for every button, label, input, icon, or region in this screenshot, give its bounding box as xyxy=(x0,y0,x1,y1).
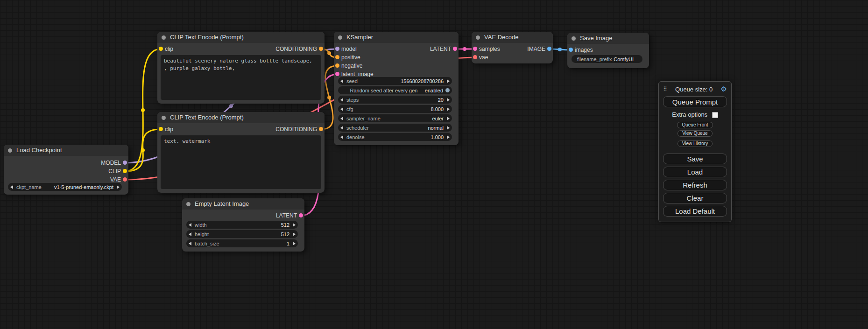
decrement-arrow-icon[interactable] xyxy=(189,242,191,245)
refresh-button[interactable]: Refresh xyxy=(663,180,727,190)
wire-cond-positive-midpoint xyxy=(327,51,331,55)
clear-button[interactable]: Clear xyxy=(663,193,727,203)
next-value-arrow-icon[interactable] xyxy=(447,126,450,130)
batch-size-widget[interactable]: batch_size 1 xyxy=(186,239,298,247)
view-queue-button[interactable]: View Queue xyxy=(677,130,712,137)
increment-arrow-icon[interactable] xyxy=(293,232,296,236)
slot-row: MODEL xyxy=(4,159,128,167)
output-slot-vae[interactable] xyxy=(123,177,127,182)
node-empty-latent-image[interactable]: Empty Latent Image LATENT width 512 heig… xyxy=(182,198,304,252)
node-clip-text-encode-negative[interactable]: CLIP Text Encode (Prompt) clip CONDITION… xyxy=(157,112,325,193)
slot-row: model LATENT xyxy=(334,45,459,53)
input-slot-vae[interactable] xyxy=(473,55,477,59)
queue-prompt-button[interactable]: Queue Prompt xyxy=(663,96,727,107)
decrement-arrow-icon[interactable] xyxy=(340,98,343,102)
input-slot-positive[interactable] xyxy=(335,55,339,59)
widget-value: enabled xyxy=(425,88,443,93)
drag-handle-icon[interactable]: ⠿ xyxy=(663,86,667,92)
scheduler-widget[interactable]: scheduler normal xyxy=(338,124,452,132)
seed-widget[interactable]: seed 156680208700286 xyxy=(338,77,452,85)
next-value-arrow-icon[interactable] xyxy=(447,117,450,120)
queue-front-button[interactable]: Queue Front xyxy=(677,122,713,128)
width-widget[interactable]: width 512 xyxy=(186,221,298,229)
collapse-dot-icon[interactable] xyxy=(162,116,166,120)
slot-row: LATENT xyxy=(182,211,304,220)
collapse-dot-icon[interactable] xyxy=(8,148,12,153)
load-default-button[interactable]: Load Default xyxy=(663,206,727,217)
output-slot-clip[interactable] xyxy=(123,169,127,173)
next-value-arrow-icon[interactable] xyxy=(117,185,120,189)
input-slot-samples[interactable] xyxy=(473,47,477,51)
ckpt-name-widget[interactable]: ckpt_name v1-5-pruned-emaonly.ckpt xyxy=(8,183,122,191)
output-slot-conditioning[interactable] xyxy=(319,47,323,51)
settings-gear-icon[interactable]: ⚙ xyxy=(721,85,727,93)
positive-prompt-textarea[interactable]: beautiful scenery nature glass bottle la… xyxy=(161,55,321,100)
queue-menu-panel: ⠿ Queue size: 0 ⚙ Queue Prompt Extra opt… xyxy=(658,81,732,222)
save-button[interactable]: Save xyxy=(663,154,727,164)
increment-arrow-icon[interactable] xyxy=(447,98,450,102)
input-slot-clip[interactable] xyxy=(159,47,163,51)
input-slot-latent-image[interactable] xyxy=(335,72,339,76)
node-title-bar[interactable]: CLIP Text Encode (Prompt) xyxy=(157,32,325,43)
node-title-bar[interactable]: Save Image xyxy=(567,33,649,44)
output-label-latent: LATENT xyxy=(430,45,451,53)
sampler-name-widget[interactable]: sampler_name euler xyxy=(338,114,452,122)
node-ksampler[interactable]: KSampler model LATENT positive negative … xyxy=(334,32,459,145)
input-slot-images[interactable] xyxy=(569,48,573,52)
view-history-button[interactable]: View History xyxy=(677,140,713,147)
collapse-dot-icon[interactable] xyxy=(338,35,342,40)
height-widget[interactable]: height 512 xyxy=(186,230,298,238)
node-title-bar[interactable]: VAE Decode xyxy=(472,32,553,43)
input-slot-clip[interactable] xyxy=(159,127,163,131)
input-label-negative: negative xyxy=(341,62,362,70)
node-title-bar[interactable]: Load Checkpoint xyxy=(4,145,128,156)
increment-arrow-icon[interactable] xyxy=(447,107,450,111)
prev-value-arrow-icon[interactable] xyxy=(340,117,343,120)
output-slot-conditioning[interactable] xyxy=(319,127,323,131)
node-load-checkpoint[interactable]: Load Checkpoint MODEL CLIP VAE ckpt_name… xyxy=(4,145,128,195)
node-title-bar[interactable]: Empty Latent Image xyxy=(182,198,304,210)
denoise-widget[interactable]: denoise 1.000 xyxy=(338,133,452,141)
increment-arrow-icon[interactable] xyxy=(293,242,296,245)
filename-prefix-widget[interactable]: filename_prefix ComfyUI xyxy=(572,55,642,63)
negative-prompt-textarea[interactable]: text, watermark xyxy=(161,135,321,189)
widget-label: ckpt_name xyxy=(16,184,42,190)
collapse-dot-icon[interactable] xyxy=(572,36,576,41)
output-slot-latent[interactable] xyxy=(299,213,303,217)
input-slot-model[interactable] xyxy=(335,47,339,51)
slot-row: images xyxy=(567,46,649,54)
steps-widget[interactable]: steps 20 xyxy=(338,96,452,104)
collapse-dot-icon[interactable] xyxy=(476,35,480,40)
output-slot-model[interactable] xyxy=(123,161,127,165)
input-label-samples: samples xyxy=(479,45,500,53)
load-button[interactable]: Load xyxy=(663,167,727,177)
node-clip-text-encode-positive[interactable]: CLIP Text Encode (Prompt) clip CONDITION… xyxy=(157,32,325,104)
random-seed-toggle-widget[interactable]: Random seed after every gen enabled xyxy=(338,86,452,94)
node-vae-decode[interactable]: VAE Decode samples IMAGE vae xyxy=(472,32,553,63)
slot-row: clip CONDITIONING xyxy=(157,45,325,53)
input-label-images: images xyxy=(575,46,593,54)
node-save-image[interactable]: Save Image images filename_prefix ComfyU… xyxy=(567,33,649,68)
toggle-dot-icon[interactable] xyxy=(445,88,450,92)
decrement-arrow-icon[interactable] xyxy=(340,79,343,83)
wire-model-midpoint xyxy=(229,104,233,108)
increment-arrow-icon[interactable] xyxy=(447,135,450,139)
increment-arrow-icon[interactable] xyxy=(293,223,296,227)
collapse-dot-icon[interactable] xyxy=(162,35,166,40)
cfg-widget[interactable]: cfg 8.000 xyxy=(338,105,452,113)
decrement-arrow-icon[interactable] xyxy=(189,232,191,236)
collapse-dot-icon[interactable] xyxy=(186,202,191,206)
decrement-arrow-icon[interactable] xyxy=(340,135,343,139)
graph-canvas[interactable]: Load Checkpoint MODEL CLIP VAE ckpt_name… xyxy=(0,0,868,329)
input-slot-negative[interactable] xyxy=(335,63,339,68)
prev-value-arrow-icon[interactable] xyxy=(10,185,13,189)
prev-value-arrow-icon[interactable] xyxy=(340,126,343,130)
node-title-bar[interactable]: CLIP Text Encode (Prompt) xyxy=(157,112,325,123)
decrement-arrow-icon[interactable] xyxy=(340,107,343,111)
node-title-bar[interactable]: KSampler xyxy=(334,32,459,43)
output-slot-latent[interactable] xyxy=(453,47,457,51)
output-slot-image[interactable] xyxy=(547,47,551,51)
extra-options-checkbox[interactable] xyxy=(712,112,718,118)
decrement-arrow-icon[interactable] xyxy=(189,223,191,227)
increment-arrow-icon[interactable] xyxy=(447,79,450,83)
